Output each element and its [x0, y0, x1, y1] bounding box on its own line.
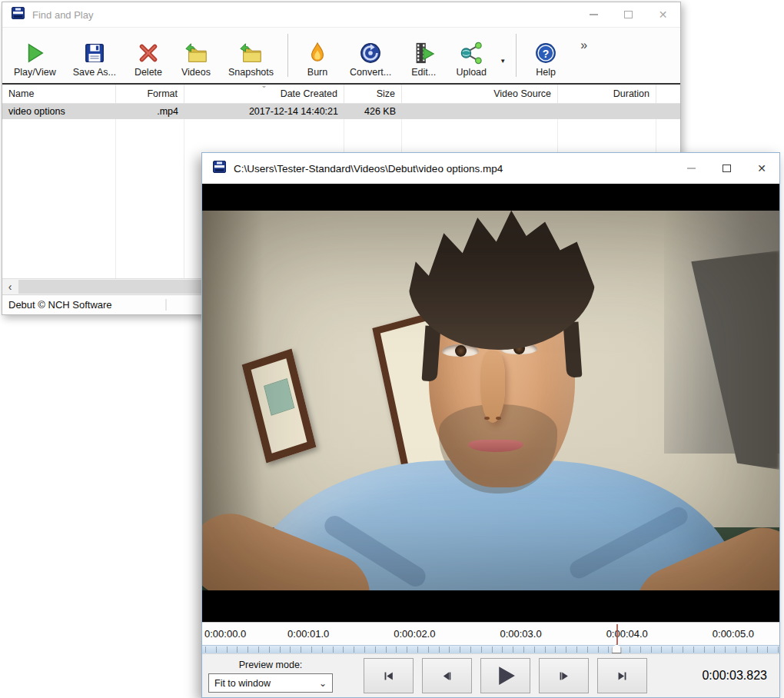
column-header-name[interactable]: Name	[2, 85, 116, 103]
preview-mode-label: Preview mode:	[208, 660, 333, 670]
man-sideburn	[563, 321, 583, 377]
play-icon	[494, 664, 517, 687]
toolbar-overflow-chevron[interactable]: »	[574, 38, 593, 52]
time-tick-label: 0:00:01.0	[287, 628, 329, 640]
play-view-button[interactable]: Play/View	[5, 28, 65, 83]
cell-video-source	[402, 104, 558, 119]
status-bar-divider	[165, 299, 167, 311]
maximize-icon	[723, 165, 731, 172]
find-and-play-titlebar[interactable]: Find and Play ✕	[2, 2, 680, 28]
share-upload-icon	[459, 40, 483, 65]
debut-app-icon	[12, 7, 25, 22]
scroll-left-button[interactable]: ‹	[2, 279, 18, 294]
letterbox-bottom	[202, 590, 779, 622]
close-button[interactable]: ✕	[646, 2, 680, 27]
convert-button[interactable]: Convert...	[341, 28, 400, 83]
minimize-icon	[590, 14, 598, 15]
toolbar-separator	[287, 34, 288, 77]
desktop: Find and Play ✕ Play/View Save As...	[0, 0, 784, 698]
sort-indicator-icon: ⌄	[261, 81, 267, 89]
iris	[455, 345, 467, 357]
folder-icon	[184, 40, 208, 65]
svg-text:?: ?	[543, 48, 550, 60]
chevron-down-icon: ⌄	[319, 678, 327, 689]
list-column-headers: Name Format ⌄ Date Created Size Video So…	[2, 85, 680, 104]
time-tick-label: 0:00:04.0	[606, 628, 648, 640]
maximize-button[interactable]	[611, 2, 646, 27]
delete-button[interactable]: Delete	[125, 28, 172, 83]
toolbar-label: Play/View	[14, 67, 56, 78]
minor-ticks	[205, 646, 779, 653]
playhead-line[interactable]	[616, 624, 618, 645]
status-text: Debut © NCH Software	[8, 299, 112, 311]
delete-x-icon	[137, 40, 160, 65]
go-to-end-icon	[616, 670, 629, 683]
letterbox-top	[202, 184, 779, 211]
minimize-button[interactable]	[576, 2, 611, 27]
maximize-button[interactable]	[709, 153, 744, 184]
man-nose	[480, 351, 505, 423]
toolbar: Play/View Save As... Delete Videos	[2, 28, 680, 83]
toolbar-label: Help	[536, 67, 556, 78]
time-tick-label: 0:00:05.0	[713, 628, 754, 640]
video-player-window: C:\Users\Tester-Standard\Videos\Debut\vi…	[201, 152, 780, 698]
close-button[interactable]: ✕	[744, 153, 779, 184]
flame-icon	[307, 40, 327, 65]
player-window-title: C:\Users\Tester-Standard\Videos\Debut\vi…	[234, 163, 503, 174]
column-header-date-created[interactable]: ⌄ Date Created	[184, 85, 344, 103]
upload-dropdown-arrow[interactable]: ▼	[495, 55, 510, 68]
minimize-button[interactable]	[673, 153, 709, 184]
previous-frame-icon	[440, 670, 453, 683]
time-tick-label: 0:00:00.0	[204, 628, 246, 640]
floppy-disk-icon	[83, 40, 106, 65]
column-header-size[interactable]: Size	[344, 85, 402, 103]
cell-duration	[558, 104, 656, 119]
column-header-video-source[interactable]: Video Source	[402, 85, 558, 103]
save-as-button[interactable]: Save As...	[65, 28, 125, 83]
time-tick-label: 0:00:03.0	[500, 628, 541, 640]
cell-name: video options	[2, 104, 116, 119]
timeline-ruler[interactable]: 0:00:00.0 0:00:01.0 0:00:02.0 0:00:03.0 …	[202, 622, 779, 645]
help-button[interactable]: ? Help	[522, 28, 570, 83]
toolbar-label: Upload	[456, 67, 487, 78]
close-icon: ✕	[757, 163, 766, 174]
go-to-end-button[interactable]	[597, 658, 647, 693]
close-icon: ✕	[659, 9, 668, 20]
next-frame-button[interactable]	[539, 658, 589, 693]
preview-mode-group: Preview mode: Fit to window ⌄	[208, 659, 333, 693]
toolbar-label: Edit...	[411, 67, 436, 78]
toolbar-label: Videos	[181, 67, 211, 78]
playback-control-bar: Preview mode: Fit to window ⌄	[202, 653, 779, 697]
maximize-icon	[624, 11, 633, 18]
window-title: Find and Play	[32, 9, 94, 21]
column-header-filler	[656, 85, 680, 103]
help-question-icon: ?	[534, 40, 557, 65]
previous-frame-button[interactable]	[422, 658, 472, 693]
player-titlebar[interactable]: C:\Users\Tester-Standard\Videos\Debut\vi…	[202, 153, 779, 184]
toolbar-label: Convert...	[350, 67, 391, 78]
edit-button[interactable]: Edit...	[400, 28, 447, 83]
preview-mode-select[interactable]: Fit to window ⌄	[208, 673, 333, 693]
table-row-selected[interactable]: video options .mp4 2017-12-14 14:40:21 4…	[2, 104, 680, 119]
toolbar-separator	[516, 34, 517, 77]
toolbar-label: Delete	[135, 67, 162, 78]
folder-icon	[238, 40, 263, 65]
play-button[interactable]	[480, 658, 530, 693]
upload-button[interactable]: Upload	[447, 28, 495, 83]
snapshots-folder-button[interactable]: Snapshots	[220, 28, 282, 83]
go-to-start-button[interactable]	[364, 658, 414, 693]
timeline-tick-strip[interactable]	[202, 645, 779, 653]
toolbar-label: Snapshots	[228, 67, 274, 78]
column-header-duration[interactable]: Duration	[558, 85, 656, 103]
cell-format: .mp4	[116, 104, 184, 119]
toolbar-label: Save As...	[73, 67, 116, 78]
play-icon	[23, 40, 46, 65]
burn-button[interactable]: Burn	[294, 28, 341, 83]
videos-folder-button[interactable]: Videos	[172, 28, 220, 83]
transport-buttons	[364, 658, 647, 693]
convert-disc-icon	[359, 40, 382, 65]
column-header-format[interactable]: Format	[116, 85, 184, 103]
preview-mode-value: Fit to window	[214, 678, 271, 689]
video-frame-content	[202, 211, 779, 590]
playhead-marker[interactable]	[612, 644, 622, 653]
